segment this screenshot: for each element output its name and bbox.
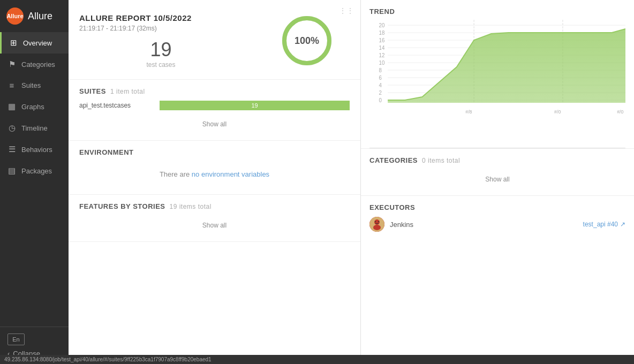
sidebar: Allure Allure ⊞ Overview ⚑ Categories ≡ … (0, 0, 69, 364)
sidebar-item-graphs[interactable]: ▦ Graphs (0, 96, 69, 117)
svg-text:12: 12 (379, 52, 385, 58)
suites-title: SUITES 1 item total (79, 87, 350, 95)
drag-handle-icon: ⋮⋮ (339, 6, 354, 15)
sidebar-label-graphs: Graphs (21, 103, 44, 111)
executor-name: Jenkins (390, 221, 413, 229)
svg-text:6: 6 (379, 75, 382, 81)
suite-row: api_test.testcases 19 (79, 101, 350, 110)
sidebar-item-categories[interactable]: ⚑ Categories (0, 54, 69, 75)
report-subtitle: 21:19:17 - 21:19:17 (32ms) (79, 25, 243, 32)
clock-icon: ◷ (7, 123, 16, 133)
sidebar-item-behaviors[interactable]: ☰ Behaviors (0, 139, 69, 160)
report-title-block: ALLURE REPORT 10/5/2022 21:19:17 - 21:19… (79, 13, 243, 69)
suites-show-all-link[interactable]: Show all (202, 120, 227, 128)
categories-show-all[interactable]: Show all (369, 170, 625, 188)
svg-text:18: 18 (379, 30, 385, 36)
test-count-label: test cases (79, 61, 243, 69)
suite-bar-container: 19 (160, 101, 350, 110)
categories-section: CATEGORIES 0 items total Show all (361, 148, 634, 195)
executor-avatar (369, 217, 384, 232)
svg-text:#/8: #/8 (465, 109, 472, 115)
left-panel: ALLURE REPORT 10/5/2022 21:19:17 - 21:19… (69, 0, 361, 364)
list-icon: ≡ (7, 81, 16, 90)
svg-text:14: 14 (379, 45, 385, 51)
environment-title: ENVIRONMENT (79, 148, 350, 156)
sidebar-nav: ⊞ Overview ⚑ Categories ≡ Suites ▦ Graph… (0, 32, 69, 327)
executor-link[interactable]: test_api #40 ↗ (583, 221, 625, 228)
svg-text:2: 2 (379, 90, 382, 96)
executors-title: EXECUTORS (369, 203, 625, 211)
svg-point-31 (373, 225, 381, 230)
home-icon: ⊞ (9, 38, 18, 48)
circle-gauge: 100% (280, 14, 334, 67)
svg-text:#/0: #/0 (554, 109, 561, 115)
external-link-icon: ↗ (620, 221, 625, 228)
url-bar: 49.235.86.134:8080/job/test_api/40/allur… (0, 355, 634, 364)
categories-title: CATEGORIES 0 items total (369, 156, 625, 164)
trend-section: TREND 20 18 16 14 12 10 8 6 4 2 0 (361, 0, 634, 148)
logo-icon: Allure (6, 7, 24, 25)
executor-left: Jenkins (369, 217, 413, 232)
executor-row: Jenkins test_api #40 ↗ (369, 217, 625, 232)
report-header: ALLURE REPORT 10/5/2022 21:19:17 - 21:19… (69, 0, 360, 80)
svg-text:4: 4 (379, 82, 382, 88)
test-count-number: 19 (79, 39, 243, 61)
features-section: FEATURES BY STORIES 19 items total Show … (69, 195, 360, 242)
sidebar-label-overview: Overview (23, 39, 52, 47)
svg-point-32 (375, 221, 376, 222)
app-title: Allure (28, 11, 52, 22)
graph-icon: ▦ (7, 102, 16, 111)
suites-section: SUITES 1 item total api_test.testcases 1… (69, 80, 360, 141)
sidebar-label-packages: Packages (21, 167, 52, 175)
svg-text:0: 0 (379, 97, 382, 103)
main-content: ALLURE REPORT 10/5/2022 21:19:17 - 21:19… (69, 0, 634, 364)
right-panel: TREND 20 18 16 14 12 10 8 6 4 2 0 (361, 0, 634, 364)
trend-title: TREND (369, 7, 625, 16)
environment-message: There are no environment variables (79, 162, 350, 187)
svg-text:8: 8 (379, 67, 382, 73)
svg-text:10: 10 (379, 60, 385, 66)
categories-count: 0 items total (422, 157, 460, 164)
flag-icon: ⚑ (7, 59, 16, 69)
executors-section: EXECUTORS (361, 195, 634, 239)
language-button[interactable]: En (7, 333, 25, 345)
sidebar-item-timeline[interactable]: ◷ Timeline (0, 117, 69, 139)
sidebar-item-overview[interactable]: ⊞ Overview (0, 32, 69, 54)
features-show-all[interactable]: Show all (79, 216, 350, 234)
svg-text:#/0: #/0 (617, 109, 623, 115)
features-show-all-link[interactable]: Show all (202, 222, 227, 229)
suite-name: api_test.testcases (79, 102, 154, 109)
sidebar-logo: Allure Allure (0, 0, 69, 32)
gauge-container: 100% (264, 9, 350, 73)
behaviors-icon: ☰ (7, 145, 16, 154)
suite-bar: 19 (160, 101, 350, 110)
svg-point-33 (378, 221, 379, 222)
sidebar-item-suites[interactable]: ≡ Suites (0, 75, 69, 96)
trend-chart: 20 18 16 14 12 10 8 6 4 2 0 (369, 20, 625, 148)
packages-icon: ▤ (7, 166, 16, 176)
svg-text:16: 16 (379, 37, 385, 43)
executor-link-text: test_api #40 (583, 221, 618, 228)
sidebar-label-categories: Categories (21, 60, 55, 69)
suites-show-all[interactable]: Show all (79, 115, 350, 133)
gauge-percent-text: 100% (295, 35, 319, 47)
features-count: 19 items total (169, 203, 211, 210)
suites-count: 1 item total (110, 88, 145, 95)
environment-section: ENVIRONMENT There are no environment var… (69, 141, 360, 195)
sidebar-item-packages[interactable]: ▤ Packages (0, 160, 69, 181)
features-title: FEATURES BY STORIES 19 items total (79, 202, 350, 210)
sidebar-label-suites: Suites (21, 81, 41, 89)
sidebar-label-timeline: Timeline (21, 124, 48, 132)
categories-show-all-link[interactable]: Show all (485, 176, 509, 183)
report-title: ALLURE REPORT 10/5/2022 (79, 13, 243, 22)
content-area: ALLURE REPORT 10/5/2022 21:19:17 - 21:19… (69, 0, 634, 364)
env-link[interactable]: no environment variables (192, 170, 269, 178)
sidebar-label-behaviors: Behaviors (21, 146, 52, 154)
svg-text:20: 20 (379, 22, 385, 28)
